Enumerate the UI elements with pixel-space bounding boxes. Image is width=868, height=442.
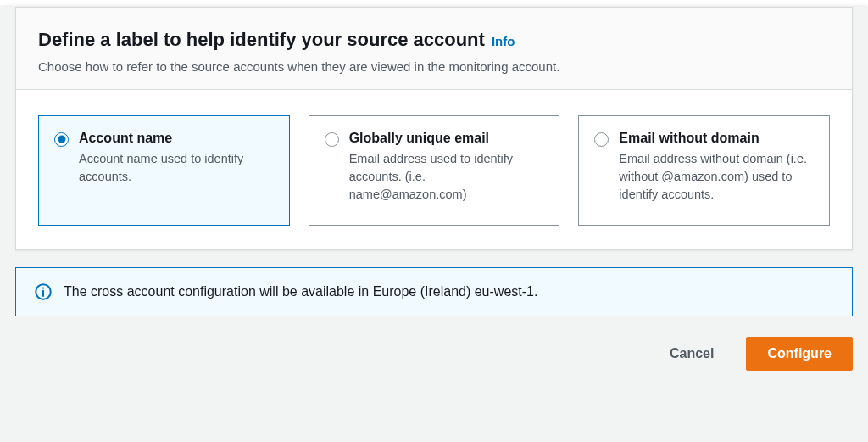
page-subtitle: Choose how to refer to the source accoun… [38, 58, 830, 76]
options-row: Account name Account name used to identi… [16, 90, 852, 249]
info-circle-icon [35, 283, 52, 300]
page-title: Define a label to help identify your sou… [38, 28, 485, 53]
option-description: Account name used to identify accounts. [79, 150, 274, 186]
cancel-button[interactable]: Cancel [649, 337, 734, 372]
title-row: Define a label to help identify your sou… [38, 28, 830, 53]
alert-text: The cross account configuration will be … [64, 284, 537, 299]
option-text: Globally unique email Email address used… [349, 130, 544, 204]
option-account-name[interactable]: Account name Account name used to identi… [38, 115, 290, 226]
info-link[interactable]: Info [492, 34, 515, 48]
svg-point-2 [42, 287, 44, 288]
radio-icon [325, 132, 339, 147]
footer-actions: Cancel Configure [0, 316, 868, 389]
panel-header: Define a label to help identify your sou… [16, 8, 852, 90]
option-text: Email without domain Email address witho… [619, 130, 814, 204]
option-email-without-domain[interactable]: Email without domain Email address witho… [578, 115, 830, 226]
label-definition-panel: Define a label to help identify your sou… [15, 7, 853, 250]
radio-icon [54, 132, 69, 147]
option-label: Globally unique email [349, 130, 544, 148]
option-description: Email address used to identify accounts.… [349, 150, 544, 204]
region-info-alert: The cross account configuration will be … [15, 267, 853, 316]
option-label: Email without domain [619, 130, 814, 148]
page-container: Define a label to help identify your sou… [0, 7, 868, 442]
option-label: Account name [79, 130, 274, 148]
option-text: Account name Account name used to identi… [79, 130, 274, 187]
radio-icon [594, 132, 609, 147]
option-globally-unique-email[interactable]: Globally unique email Email address used… [309, 115, 560, 226]
configure-button[interactable]: Configure [746, 337, 853, 372]
option-description: Email address without domain (i.e. witho… [619, 150, 814, 204]
